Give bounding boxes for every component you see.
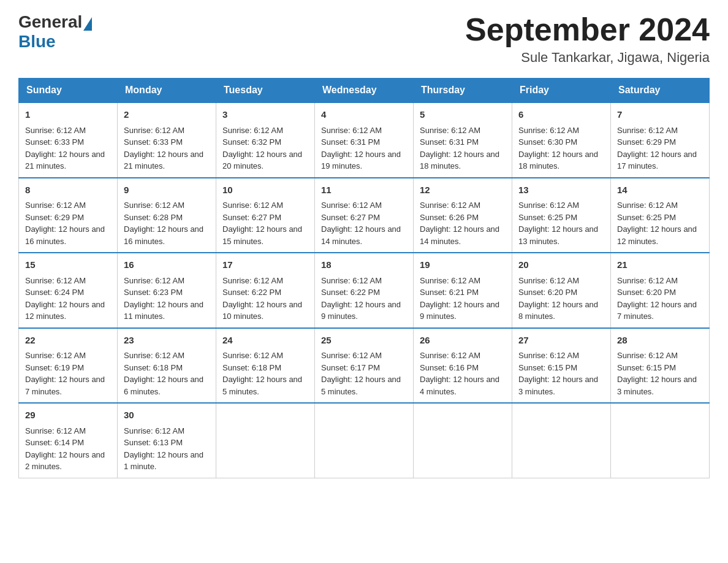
calendar-cell: 14Sunrise: 6:12 AMSunset: 6:25 PMDayligh… [611, 178, 710, 253]
sunrise-text: Sunrise: 6:12 AM [222, 276, 283, 285]
calendar-header-row: SundayMondayTuesdayWednesdayThursdayFrid… [19, 79, 710, 103]
sunset-text: Sunset: 6:18 PM [222, 363, 281, 372]
sunset-text: Sunset: 6:25 PM [518, 213, 577, 222]
page-header: General Blue September 2024 Sule Tankark… [18, 12, 710, 66]
sunrise-text: Sunrise: 6:12 AM [420, 276, 480, 285]
calendar-cell: 9Sunrise: 6:12 AMSunset: 6:28 PMDaylight… [118, 178, 216, 253]
day-number: 16 [124, 258, 210, 272]
calendar-cell: 23Sunrise: 6:12 AMSunset: 6:18 PMDayligh… [118, 328, 216, 404]
day-number: 12 [420, 183, 506, 197]
sunrise-text: Sunrise: 6:12 AM [124, 276, 184, 285]
title-block: September 2024 Sule Tankarkar, Jigawa, N… [465, 12, 710, 66]
sunset-text: Sunset: 6:31 PM [420, 137, 479, 147]
logo-blue-text: Blue [18, 32, 56, 52]
daylight-text: Daylight: 12 hours and 16 minutes. [25, 224, 105, 246]
day-number: 5 [420, 108, 506, 122]
day-number: 13 [518, 183, 604, 197]
daylight-text: Daylight: 12 hours and 9 minutes. [321, 300, 401, 321]
daylight-text: Daylight: 12 hours and 11 minutes. [124, 300, 203, 321]
daylight-text: Daylight: 12 hours and 1 minute. [124, 450, 203, 472]
daylight-text: Daylight: 12 hours and 15 minutes. [222, 224, 302, 246]
calendar-header-wednesday: Wednesday [315, 79, 414, 103]
calendar-cell [611, 403, 710, 478]
sunrise-text: Sunrise: 6:12 AM [222, 351, 283, 360]
calendar-cell [315, 403, 414, 478]
daylight-text: Daylight: 12 hours and 3 minutes. [518, 375, 598, 396]
calendar-cell: 16Sunrise: 6:12 AMSunset: 6:23 PMDayligh… [118, 253, 216, 328]
day-number: 23 [124, 334, 210, 348]
calendar-cell: 29Sunrise: 6:12 AMSunset: 6:14 PMDayligh… [19, 403, 118, 478]
daylight-text: Daylight: 12 hours and 12 minutes. [617, 224, 697, 246]
sunset-text: Sunset: 6:26 PM [420, 213, 479, 222]
daylight-text: Daylight: 12 hours and 2 minutes. [25, 450, 105, 472]
daylight-text: Daylight: 12 hours and 19 minutes. [321, 150, 401, 171]
sunset-text: Sunset: 6:29 PM [617, 137, 676, 147]
sunset-text: Sunset: 6:15 PM [518, 363, 577, 372]
day-number: 10 [222, 183, 308, 197]
sunrise-text: Sunrise: 6:12 AM [617, 351, 678, 360]
sunrise-text: Sunrise: 6:12 AM [518, 276, 579, 285]
sunset-text: Sunset: 6:21 PM [420, 288, 479, 297]
sunset-text: Sunset: 6:33 PM [25, 137, 84, 147]
sunrise-text: Sunrise: 6:12 AM [518, 351, 579, 360]
calendar-cell: 4Sunrise: 6:12 AMSunset: 6:31 PMDaylight… [315, 102, 414, 178]
calendar-subtitle: Sule Tankarkar, Jigawa, Nigeria [465, 50, 710, 66]
sunrise-text: Sunrise: 6:12 AM [124, 126, 184, 135]
sunrise-text: Sunrise: 6:12 AM [124, 426, 184, 435]
daylight-text: Daylight: 12 hours and 3 minutes. [617, 375, 697, 396]
calendar-week-row: 8Sunrise: 6:12 AMSunset: 6:29 PMDaylight… [19, 178, 710, 253]
sunrise-text: Sunrise: 6:12 AM [321, 276, 382, 285]
daylight-text: Daylight: 12 hours and 13 minutes. [518, 224, 598, 246]
calendar-week-row: 1Sunrise: 6:12 AMSunset: 6:33 PMDaylight… [19, 102, 710, 178]
day-number: 25 [321, 334, 407, 348]
calendar-cell: 6Sunrise: 6:12 AMSunset: 6:30 PMDaylight… [512, 102, 611, 178]
day-number: 30 [124, 408, 210, 423]
daylight-text: Daylight: 12 hours and 7 minutes. [25, 375, 105, 396]
sunset-text: Sunset: 6:29 PM [25, 213, 84, 222]
calendar-week-row: 15Sunrise: 6:12 AMSunset: 6:24 PMDayligh… [19, 253, 710, 328]
sunset-text: Sunset: 6:33 PM [124, 137, 183, 147]
sunrise-text: Sunrise: 6:12 AM [420, 351, 480, 360]
calendar-header-tuesday: Tuesday [216, 79, 315, 103]
daylight-text: Daylight: 12 hours and 7 minutes. [617, 300, 697, 321]
sunset-text: Sunset: 6:25 PM [617, 213, 676, 222]
daylight-text: Daylight: 12 hours and 9 minutes. [420, 300, 499, 321]
sunset-text: Sunset: 6:31 PM [321, 137, 380, 147]
calendar-cell: 26Sunrise: 6:12 AMSunset: 6:16 PMDayligh… [414, 328, 512, 404]
calendar-cell [216, 403, 315, 478]
day-number: 4 [321, 108, 407, 122]
calendar-cell: 28Sunrise: 6:12 AMSunset: 6:15 PMDayligh… [611, 328, 710, 404]
calendar-table: SundayMondayTuesdayWednesdayThursdayFrid… [18, 78, 710, 478]
sunrise-text: Sunrise: 6:12 AM [124, 351, 184, 360]
calendar-cell: 1Sunrise: 6:12 AMSunset: 6:33 PMDaylight… [19, 102, 118, 178]
calendar-cell: 22Sunrise: 6:12 AMSunset: 6:19 PMDayligh… [19, 328, 118, 404]
sunrise-text: Sunrise: 6:12 AM [617, 276, 678, 285]
daylight-text: Daylight: 12 hours and 6 minutes. [124, 375, 203, 396]
sunset-text: Sunset: 6:22 PM [222, 288, 281, 297]
calendar-cell: 12Sunrise: 6:12 AMSunset: 6:26 PMDayligh… [414, 178, 512, 253]
sunrise-text: Sunrise: 6:12 AM [25, 276, 86, 285]
sunset-text: Sunset: 6:20 PM [617, 288, 676, 297]
sunset-text: Sunset: 6:19 PM [25, 363, 84, 372]
calendar-cell: 30Sunrise: 6:12 AMSunset: 6:13 PMDayligh… [118, 403, 216, 478]
logo: General Blue [18, 12, 92, 52]
calendar-cell: 20Sunrise: 6:12 AMSunset: 6:20 PMDayligh… [512, 253, 611, 328]
daylight-text: Daylight: 12 hours and 12 minutes. [25, 300, 105, 321]
sunset-text: Sunset: 6:30 PM [518, 137, 577, 147]
calendar-cell: 3Sunrise: 6:12 AMSunset: 6:32 PMDaylight… [216, 102, 315, 178]
day-number: 11 [321, 183, 407, 197]
calendar-cell: 8Sunrise: 6:12 AMSunset: 6:29 PMDaylight… [19, 178, 118, 253]
sunrise-text: Sunrise: 6:12 AM [518, 201, 579, 210]
calendar-cell: 2Sunrise: 6:12 AMSunset: 6:33 PMDaylight… [118, 102, 216, 178]
calendar-header-thursday: Thursday [414, 79, 512, 103]
sunset-text: Sunset: 6:24 PM [25, 288, 84, 297]
day-number: 19 [420, 258, 506, 272]
daylight-text: Daylight: 12 hours and 16 minutes. [124, 224, 203, 246]
calendar-header-sunday: Sunday [19, 79, 118, 103]
sunrise-text: Sunrise: 6:12 AM [25, 351, 86, 360]
calendar-title: September 2024 [465, 12, 710, 47]
daylight-text: Daylight: 12 hours and 14 minutes. [420, 224, 499, 246]
calendar-cell: 25Sunrise: 6:12 AMSunset: 6:17 PMDayligh… [315, 328, 414, 404]
sunrise-text: Sunrise: 6:12 AM [617, 201, 678, 210]
day-number: 1 [25, 108, 111, 122]
